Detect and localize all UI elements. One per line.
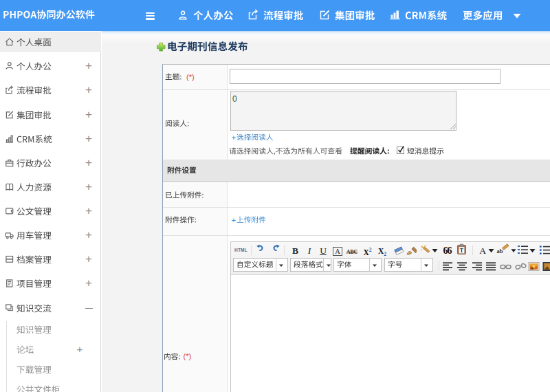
svg-text:T: T (460, 248, 464, 254)
svg-text:ab: ab (497, 248, 503, 254)
